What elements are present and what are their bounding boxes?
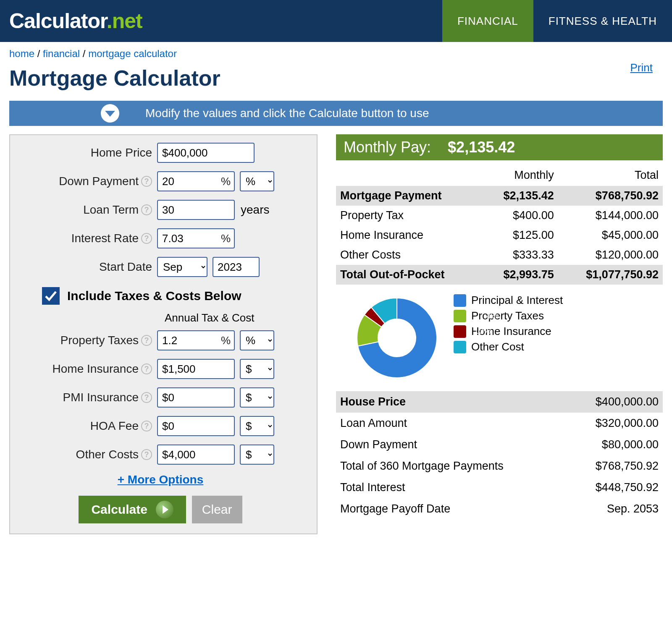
- label-home-price: Home Price: [18, 146, 157, 159]
- table-row: Total Interest$448,750.92: [336, 477, 663, 498]
- legend-item: Other Cost: [454, 340, 563, 353]
- table-row: Home Insurance$125.00$45,000.00: [336, 225, 663, 245]
- label-pmi-insurance: PMI Insurance ?: [18, 391, 157, 404]
- start-year-input[interactable]: [213, 257, 260, 277]
- hoa-unit-select[interactable]: $: [240, 416, 274, 436]
- slice-label: 4%: [365, 311, 504, 321]
- cost-breakdown-donut: 71%13%4%11%: [353, 294, 441, 382]
- page-title: Mortgage Calculator: [9, 65, 663, 91]
- include-taxes-label: Include Taxes & Costs Below: [67, 289, 242, 303]
- slice-label: 13%: [357, 326, 496, 336]
- down-payment-unit-select[interactable]: %: [240, 171, 274, 191]
- pay-value: $2,135.42: [448, 139, 515, 156]
- nav-tab-financial[interactable]: FINANCIAL: [442, 0, 533, 42]
- help-icon[interactable]: ?: [141, 204, 152, 215]
- clear-button[interactable]: Clear: [192, 496, 242, 523]
- label-property-taxes: Property Taxes ?: [18, 334, 157, 347]
- loan-term-input[interactable]: [157, 200, 235, 220]
- results-panel: Monthly Pay: $2,135.42 MonthlyTotal Mort…: [336, 134, 663, 534]
- table-row: Total Out-of-Pocket$2,993.75$1,077,750.9…: [336, 265, 663, 285]
- monthly-pay-bar: Monthly Pay: $2,135.42: [336, 134, 663, 160]
- logo-dot: .: [107, 9, 112, 33]
- pmi-unit-select[interactable]: $: [240, 387, 274, 408]
- breakdown-table: MonthlyTotal Mortgage Payment$2,135.42$7…: [336, 165, 663, 285]
- more-options-link[interactable]: + More Options: [118, 473, 204, 486]
- summary-table: House Price$400,000.00Loan Amount$320,00…: [336, 391, 663, 520]
- svg-text:?: ?: [144, 393, 149, 402]
- home-price-input[interactable]: [157, 143, 255, 163]
- help-icon[interactable]: ?: [141, 233, 152, 244]
- table-row: House Price$400,000.00: [336, 391, 663, 413]
- site-logo[interactable]: Calculator.net: [9, 9, 142, 33]
- label-other-costs: Other Costs ?: [18, 448, 157, 461]
- site-header: Calculator.net FINANCIAL FITNESS & HEALT…: [0, 0, 672, 42]
- hoa-input[interactable]: [157, 416, 235, 436]
- slice-label: 71%: [413, 353, 552, 363]
- table-row: Mortgage Payment$2,135.42$768,750.92: [336, 186, 663, 206]
- nav-tab-fitness[interactable]: FITNESS & HEALTH: [533, 0, 672, 42]
- logo-word: Calculator: [9, 9, 107, 33]
- table-row: Property Tax$400.00$144,000.00: [336, 206, 663, 225]
- start-month-select[interactable]: Sep: [157, 257, 207, 277]
- chevron-down-circle-icon[interactable]: [101, 104, 119, 123]
- help-icon[interactable]: ?: [141, 392, 152, 403]
- banner-text: Modify the values and click the Calculat…: [145, 107, 429, 120]
- percent-unit: %: [221, 175, 231, 188]
- label-down-payment: Down Payment ?: [18, 175, 157, 188]
- slice-label: 11%: [378, 303, 516, 313]
- percent-unit: %: [221, 334, 231, 347]
- svg-text:?: ?: [144, 177, 149, 186]
- col-total: Total: [558, 165, 663, 186]
- label-start-date: Start Date: [18, 260, 157, 274]
- pay-label: Monthly Pay:: [344, 139, 431, 156]
- home-insurance-unit-select[interactable]: $: [240, 359, 274, 379]
- other-costs-input[interactable]: [157, 444, 235, 465]
- col-monthly: Monthly: [482, 165, 558, 186]
- help-icon[interactable]: ?: [141, 176, 152, 187]
- table-row: Loan Amount$320,000.00: [336, 413, 663, 434]
- help-icon[interactable]: ?: [141, 421, 152, 431]
- play-icon: [156, 501, 173, 518]
- other-costs-unit-select[interactable]: $: [240, 444, 274, 465]
- svg-text:?: ?: [144, 422, 149, 430]
- property-taxes-unit-select[interactable]: %: [240, 330, 274, 350]
- label-hoa-fee: HOA Fee ?: [18, 419, 157, 433]
- calculate-button[interactable]: Calculate: [79, 496, 186, 523]
- print-link[interactable]: Print: [630, 61, 653, 74]
- input-panel: Home Price Down Payment ? % % Loan Term …: [9, 134, 318, 534]
- pmi-input[interactable]: [157, 387, 235, 408]
- svg-text:?: ?: [144, 234, 149, 243]
- help-icon[interactable]: ?: [141, 335, 152, 346]
- label-interest-rate: Interest Rate ?: [18, 232, 157, 245]
- annual-cost-heading: Annual Tax & Cost: [165, 311, 302, 324]
- breadcrumb-financial[interactable]: financial: [43, 48, 80, 59]
- table-row: Other Costs$333.33$120,000.00: [336, 245, 663, 265]
- instruction-banner: Modify the values and click the Calculat…: [9, 101, 663, 126]
- logo-net: net: [112, 9, 142, 33]
- legend-label: Other Cost: [471, 340, 524, 353]
- breadcrumb-current[interactable]: mortgage calculator: [88, 48, 177, 59]
- main-nav: FINANCIAL FITNESS & HEALTH: [442, 0, 672, 42]
- svg-text:?: ?: [144, 365, 149, 373]
- table-row: Total of 360 Mortgage Payments$768,750.9…: [336, 455, 663, 477]
- label-home-insurance: Home Insurance ?: [18, 362, 157, 376]
- help-icon[interactable]: ?: [141, 363, 152, 374]
- breadcrumb-home[interactable]: home: [9, 48, 34, 59]
- svg-text:?: ?: [144, 336, 149, 345]
- legend-swatch: [454, 341, 466, 353]
- help-icon[interactable]: ?: [141, 449, 152, 460]
- loan-term-suffix: years: [241, 203, 269, 217]
- label-loan-term: Loan Term ?: [18, 203, 157, 217]
- home-insurance-input[interactable]: [157, 359, 235, 379]
- calculate-label: Calculate: [91, 502, 147, 517]
- table-row: Mortgage Payoff DateSep. 2053: [336, 498, 663, 520]
- svg-text:?: ?: [144, 206, 149, 214]
- table-row: Down Payment$80,000.00: [336, 434, 663, 455]
- percent-unit: %: [221, 232, 231, 245]
- include-taxes-checkbox[interactable]: [42, 287, 60, 305]
- svg-text:?: ?: [144, 450, 149, 459]
- breadcrumb: home / financial / mortgage calculator: [9, 42, 663, 61]
